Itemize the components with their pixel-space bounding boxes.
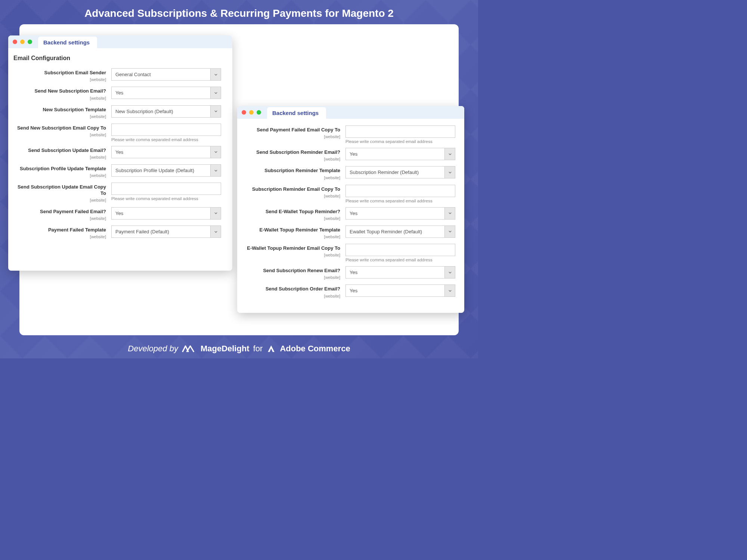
select-ewallet-topup-template[interactable]: Ewallet Topup Reminder (Default) [345, 225, 455, 238]
scope-label: [website] [324, 294, 340, 298]
footer-for: for [253, 344, 263, 354]
input-subscription-reminder-copy[interactable] [345, 185, 455, 197]
maximize-icon[interactable] [28, 40, 32, 44]
form-email-config-left: Subscription Email Sender [website] Gene… [8, 65, 232, 248]
chevron-down-icon [210, 165, 221, 176]
row-subscription-profile-update-template: Subscription Profile Update Template [we… [13, 164, 228, 178]
scope-label: [website] [90, 96, 106, 100]
select-new-subscription-template[interactable]: New Subscription (Default) [111, 105, 221, 118]
select-subscription-reminder-template[interactable]: Subscription Reminder (Default) [345, 166, 455, 178]
scope-label: [website] [324, 253, 340, 257]
select-send-subscription-renew[interactable]: Yes [345, 266, 455, 279]
scope-label: [website] [90, 216, 106, 221]
select-value: Subscription Profile Update (Default) [112, 165, 210, 176]
row-send-new-subscription-email: Send New Subscription Email? [website] Y… [13, 87, 228, 101]
section-title-email-config: Email Configuration [8, 48, 232, 65]
maximize-icon[interactable] [257, 110, 261, 115]
footer-developed-by: Developed by [128, 344, 178, 354]
row-subscription-reminder-template: Subscription Reminder Template [website]… [242, 166, 460, 180]
select-value: General Contact [112, 69, 210, 80]
scope-label: [website] [324, 175, 340, 180]
label-subscription-reminder-template: Subscription Reminder Template [242, 168, 340, 174]
chevron-down-icon [444, 267, 455, 278]
scope-label: [website] [324, 234, 340, 239]
row-new-subscription-copy-to: Send New Subscription Email Copy To [web… [13, 124, 228, 142]
select-value: Yes [346, 267, 444, 278]
chevron-down-icon [444, 285, 455, 296]
chevron-down-icon [210, 106, 221, 117]
scope-label: [website] [90, 198, 106, 202]
label-send-payment-failed: Send Payment Failed Email? [13, 209, 106, 215]
window-tab: Backend settings [267, 107, 326, 119]
window-backend-settings-right: Backend settings Send Payment Failed Ema… [237, 106, 464, 313]
footer: Developed by MageDelight for Adobe Comme… [0, 339, 478, 358]
select-send-subscription-reminder[interactable]: Yes [345, 148, 455, 160]
select-value: Payment Failed (Default) [112, 226, 210, 237]
window-titlebar: Backend settings [237, 106, 464, 119]
select-subscription-profile-update-template[interactable]: Subscription Profile Update (Default) [111, 164, 221, 177]
select-send-payment-failed[interactable]: Yes [111, 207, 221, 220]
label-send-subscription-reminder: Send Subscription Reminder Email? [242, 149, 340, 155]
scope-label: [website] [324, 157, 340, 161]
label-ewallet-topup-template: E-Wallet Topup Reminder Template [242, 227, 340, 233]
row-send-subscription-update-email: Send Subscription Update Email? [website… [13, 146, 228, 160]
select-send-new-subscription[interactable]: Yes [111, 87, 221, 99]
scope-label: [website] [90, 155, 106, 159]
scope-label: [website] [90, 234, 106, 239]
page-title: Advanced Subscriptions & Recurring Payme… [0, 0, 478, 24]
select-value: Subscription Reminder (Default) [346, 167, 444, 178]
label-subscription-update-copy: Send Subscription Update Email Copy To [13, 184, 106, 196]
scope-label: [website] [90, 77, 106, 82]
window-titlebar: Backend settings [8, 35, 232, 48]
hint-text: Please write comma separated email addre… [111, 137, 228, 142]
input-ewallet-topup-copy[interactable] [345, 244, 455, 256]
row-payment-failed-template: Payment Failed Template [website] Paymen… [13, 225, 228, 240]
scope-label: [website] [324, 216, 340, 221]
row-send-payment-failed-email: Send Payment Failed Email? [website] Yes [13, 207, 228, 221]
row-subscription-email-sender: Subscription Email Sender [website] Gene… [13, 68, 228, 83]
hint-text: Please write comma separated email addre… [345, 258, 460, 262]
window-backend-settings-left: Backend settings Email Configuration Sub… [8, 35, 232, 271]
minimize-icon[interactable] [249, 110, 254, 115]
row-send-subscription-renew-email: Send Subscription Renew Email? [website]… [242, 266, 460, 280]
select-subscription-email-sender[interactable]: General Contact [111, 68, 221, 81]
window-controls [13, 40, 32, 44]
input-new-subscription-copy[interactable] [111, 124, 221, 136]
hint-text: Please write comma separated email addre… [345, 139, 460, 144]
row-send-ewallet-topup-reminder: Send E-Wallet Topup Reminder? [website] … [242, 207, 460, 221]
select-value: New Subscription (Default) [112, 106, 210, 117]
window-controls [242, 110, 261, 115]
select-value: Yes [346, 148, 444, 160]
chevron-down-icon [210, 226, 221, 237]
chevron-down-icon [210, 69, 221, 80]
row-ewallet-topup-copy-to: E-Wallet Topup Reminder Email Copy To [w… [242, 244, 460, 262]
select-send-ewallet-topup[interactable]: Yes [345, 207, 455, 220]
select-value: Yes [112, 87, 210, 99]
input-subscription-update-copy[interactable] [111, 183, 221, 195]
scope-label: [website] [90, 173, 106, 178]
scope-label: [website] [90, 114, 106, 119]
label-send-subscription-renew: Send Subscription Renew Email? [242, 268, 340, 274]
label-send-subscription-order: Send Subscription Order Email? [242, 286, 340, 292]
label-send-new-subscription: Send New Subscription Email? [13, 88, 106, 94]
select-value: Yes [112, 146, 210, 158]
chevron-down-icon [444, 208, 455, 219]
row-new-subscription-template: New Subscription Template [website] New … [13, 105, 228, 119]
label-subscription-profile-update-template: Subscription Profile Update Template [13, 166, 106, 172]
label-new-subscription-template: New Subscription Template [13, 107, 106, 113]
label-new-subscription-copy: Send New Subscription Email Copy To [13, 125, 106, 131]
input-payment-failed-copy[interactable] [345, 125, 455, 138]
footer-adobe: Adobe Commerce [280, 344, 350, 354]
label-ewallet-topup-copy: E-Wallet Topup Reminder Email Copy To [242, 245, 340, 251]
close-icon[interactable] [13, 40, 17, 44]
chevron-down-icon [444, 226, 455, 237]
window-tab: Backend settings [38, 37, 97, 48]
chevron-down-icon [444, 148, 455, 160]
row-subscription-reminder-copy-to: Subscription Reminder Email Copy To [web… [242, 185, 460, 203]
select-payment-failed-template[interactable]: Payment Failed (Default) [111, 225, 221, 238]
select-send-subscription-update[interactable]: Yes [111, 146, 221, 158]
select-send-subscription-order[interactable]: Yes [345, 284, 455, 297]
minimize-icon[interactable] [20, 40, 25, 44]
close-icon[interactable] [242, 110, 246, 115]
scope-label: [website] [324, 134, 340, 139]
